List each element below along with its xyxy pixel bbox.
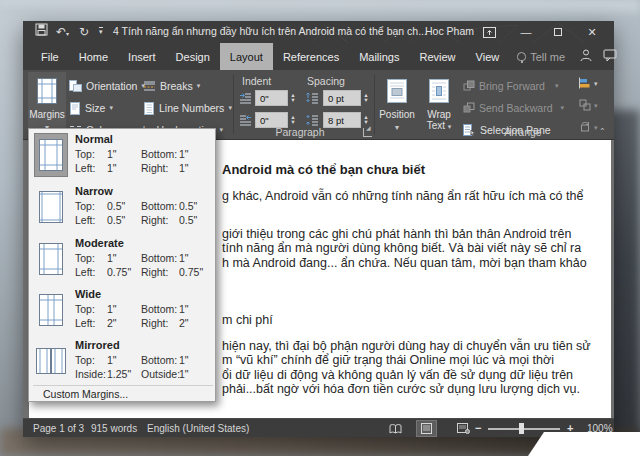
tab-view[interactable]: View: [466, 43, 510, 70]
print-layout-icon: [421, 423, 432, 434]
margins-preset-moderate[interactable]: Moderate Top: 1" Bottom: 1" Left: 0.75" …: [29, 236, 215, 286]
orientation-label: Orientation: [86, 80, 137, 92]
line-numbers-label: Line Numbers: [159, 102, 224, 114]
margin-preset-icon-narrow: [34, 185, 68, 229]
read-mode-button[interactable]: [385, 420, 406, 437]
zoom-slider-track[interactable]: [488, 428, 560, 430]
doc-line: g khác, Android vẫn có những tính năng ẩ…: [222, 189, 583, 203]
position-icon: [387, 79, 407, 103]
group-divider: [233, 75, 234, 134]
group-objects-button[interactable]: ▾: [579, 99, 591, 113]
indent-heading: Indent: [242, 75, 271, 87]
tab-insert[interactable]: Insert: [118, 43, 166, 70]
spacing-before-input[interactable]: 0 pt: [323, 90, 361, 106]
ribbon-display-options-icon[interactable]: [475, 21, 503, 43]
tab-file[interactable]: File: [31, 43, 69, 70]
comments-icon[interactable]: [603, 48, 619, 64]
orientation-button[interactable]: Orientation▾: [69, 77, 145, 95]
lightbulb-icon: [517, 52, 526, 61]
size-label: Size: [85, 102, 105, 114]
redo-icon[interactable]: ↻: [79, 24, 89, 40]
breaks-button[interactable]: Breaks▾: [143, 77, 200, 95]
bring-forward-button[interactable]: Bring Forward▾: [463, 77, 558, 95]
close-button[interactable]: ✕: [578, 21, 606, 43]
doc-line: m “vũ khí” chính để giữ trạng thái Onlin…: [222, 353, 554, 367]
bring-forward-label: Bring Forward: [479, 80, 545, 92]
qat-customize-icon[interactable]: ▾: [99, 27, 103, 36]
paragraph-dialog-launcher-icon[interactable]: [363, 128, 372, 137]
zoom-slider-handle[interactable]: [519, 423, 524, 434]
tab-mailings[interactable]: Mailings: [349, 43, 409, 70]
custom-margins-item[interactable]: Custom Margins...: [29, 387, 215, 402]
indent-left-stepper[interactable]: ▲▼: [288, 90, 298, 106]
size-button[interactable]: Size▾: [69, 99, 113, 117]
minimize-button[interactable]: —: [512, 21, 540, 43]
read-mode-icon: [389, 424, 402, 434]
share-person-icon[interactable]: [579, 48, 595, 64]
page-indicator[interactable]: Page 1 of 3: [33, 423, 84, 434]
position-label: Position: [379, 109, 415, 120]
margin-preset-icon-wide: [34, 288, 68, 332]
margins-preset-normal[interactable]: Normal Top: 1" Bottom: 1" Left: 1" Right…: [29, 132, 215, 182]
zoom-out-button[interactable]: −: [475, 422, 481, 434]
doc-line: tính năng ẩn mà người dùng không biết. V…: [222, 241, 581, 255]
tab-layout[interactable]: Layout: [220, 43, 273, 70]
tab-design[interactable]: Design: [166, 43, 220, 70]
chevron-down-icon: ▼: [379, 124, 415, 131]
title-bar: ↶▾ ↻ ▾ 4 Tính năng ẩn nhưng đầy hữu ích …: [23, 21, 614, 43]
status-bar: Page 1 of 3 915 words English (United St…: [23, 418, 614, 437]
size-icon: [69, 102, 81, 115]
doc-line: ổi dữ liệu di động và không quản lý vấn …: [222, 368, 573, 382]
position-button[interactable]: Position ▼: [379, 72, 415, 137]
send-backward-icon: [463, 102, 475, 114]
doc-line: h mà Android đang... ẩn chứa. Nếu quan t…: [222, 256, 587, 270]
tell-me-label: Tell me: [530, 51, 565, 63]
group-objects-icon: [579, 99, 591, 111]
print-layout-button[interactable]: [416, 420, 437, 437]
breaks-label: Breaks: [160, 80, 193, 92]
tell-me-box[interactable]: Tell me: [509, 43, 573, 70]
align-objects-icon: [579, 77, 591, 89]
margins-preset-mirrored[interactable]: Mirrored Top: 1" Bottom: 1" Inside: 1.25…: [29, 338, 215, 388]
tab-references[interactable]: References: [273, 43, 349, 70]
ribbon-tab-bar: File Home Insert Design Layout Reference…: [23, 43, 614, 70]
paragraph-group-label: Paragraph: [237, 126, 363, 138]
doc-line: m chi phí: [222, 313, 273, 327]
margin-preset-icon-mirrored: [34, 339, 68, 383]
doc-line: giới thiệu trong các ghi chú phát hành t…: [222, 227, 571, 241]
language-indicator[interactable]: English (United States): [147, 423, 249, 434]
maximize-button[interactable]: [544, 21, 572, 43]
send-backward-label: Send Backward: [479, 102, 553, 114]
document-title: 4 Tính năng ẩn nhưng đầy hữu ích trên An…: [113, 25, 427, 37]
tab-review[interactable]: Review: [410, 43, 466, 70]
user-name: Hoc Pham: [425, 25, 474, 37]
line-numbers-button[interactable]: Line Numbers▾: [143, 99, 232, 117]
web-layout-button[interactable]: [453, 420, 474, 437]
menu-divider: [33, 385, 213, 386]
breaks-icon: [143, 80, 156, 92]
margins-preset-narrow[interactable]: Narrow Top: 0.5" Bottom: 0.5" Left: 0.5"…: [29, 184, 215, 234]
arrange-group-label: Arrange: [453, 126, 593, 138]
white-overlay-patch: [528, 432, 640, 456]
orientation-icon: [69, 80, 82, 92]
bring-forward-icon: [463, 80, 475, 92]
tab-home[interactable]: Home: [69, 43, 118, 70]
save-icon[interactable]: [35, 23, 48, 40]
doc-line: phải...bất ngờ với hóa đơn tiền cước sử …: [222, 382, 580, 396]
spacing-heading: Spacing: [307, 75, 345, 87]
send-backward-button[interactable]: Send Backward▾: [463, 99, 564, 117]
group-divider: [374, 75, 375, 134]
word-count[interactable]: 915 words: [91, 423, 137, 434]
margins-preset-wide[interactable]: Wide Top: 1" Bottom: 1" Left: 2" Right: …: [29, 287, 215, 337]
indent-left-input[interactable]: 0": [255, 90, 288, 106]
undo-icon[interactable]: ↶▾: [56, 24, 69, 42]
spacing-before-stepper[interactable]: ▲▼: [361, 90, 371, 106]
align-objects-button[interactable]: ▾: [579, 77, 591, 91]
collapse-ribbon-icon[interactable]: ⌃: [599, 127, 606, 136]
margin-preset-icon-normal: [34, 133, 68, 177]
margin-preset-icon-moderate: [34, 237, 68, 281]
line-numbers-icon: [143, 102, 155, 115]
margins-dropdown-menu: Normal Top: 1" Bottom: 1" Left: 1" Right…: [28, 128, 216, 402]
doc-line: hiện nay, thì đại bộ phận người dùng hay…: [222, 339, 591, 353]
indent-left-icon: [239, 92, 252, 106]
